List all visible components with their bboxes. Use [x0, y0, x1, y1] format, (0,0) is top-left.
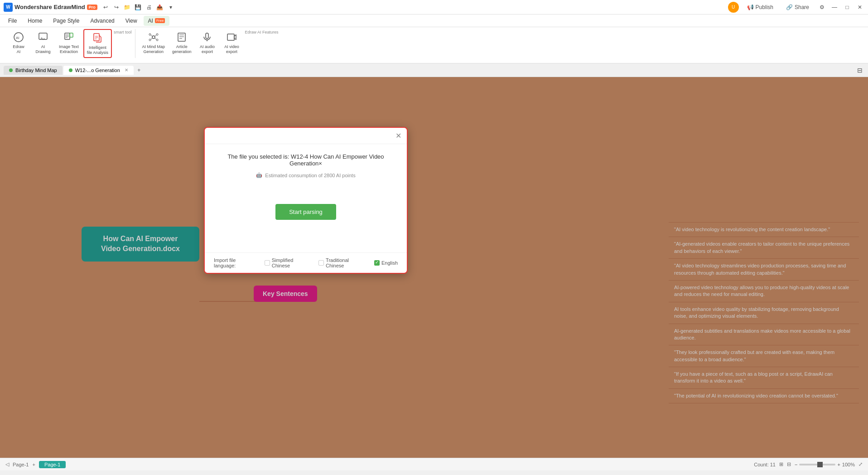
tab-close-icon[interactable]: ✕ [125, 68, 128, 73]
ai-mind-map-label: AI Mind MapGeneration [142, 44, 165, 54]
svg-point-8 [156, 34, 158, 35]
intelligent-file-analysis-label: Intelligentfile Analysis [87, 45, 108, 55]
export-button[interactable]: 📤 [155, 3, 164, 12]
share-label: Share [795, 4, 809, 10]
maximize-button[interactable]: □ [843, 3, 852, 12]
svg-point-9 [149, 39, 151, 41]
edraw-ai-label: EdrawAI [13, 44, 24, 54]
menu-view[interactable]: View [121, 16, 142, 26]
svg-line-13 [151, 38, 152, 39]
close-button[interactable]: ✕ [855, 3, 864, 12]
simplified-chinese-option[interactable]: Simplified Chinese [265, 257, 311, 268]
menu-advanced[interactable]: Advanced [86, 16, 119, 26]
menu-ai[interactable]: AI Free [144, 16, 170, 26]
svg-point-7 [149, 34, 151, 35]
modal-header: ✕ [205, 128, 407, 144]
toolbar: AI EdrawAI AIDrawing Image TextExtractio… [0, 27, 868, 63]
ai-audio-export-label: AI audioexport [200, 44, 215, 54]
zoom-slider-thumb[interactable] [817, 462, 823, 467]
edraw-ai-tool[interactable]: AI EdrawAI [7, 29, 30, 56]
modal-overlay: ✕ The file you selected is: W12-4 How Ca… [0, 77, 868, 458]
ai-video-export-icon [225, 31, 238, 44]
svg-point-10 [156, 39, 158, 41]
intelligent-file-analysis-tool[interactable]: Intelligentfile Analysis [83, 29, 112, 58]
title-bar-left: W Wondershare EdrawMind Pro ↩ ↪ 📁 💾 🖨 📤 … [4, 3, 175, 12]
modal-footer: Import file language: Simplified Chinese… [205, 252, 407, 273]
image-text-extraction-tool[interactable]: Image TextExtraction [56, 29, 82, 56]
svg-rect-2 [39, 33, 47, 39]
main-canvas: How Can AI Empower Video Generation.docx… [0, 77, 868, 458]
zoom-slider-track [799, 464, 835, 465]
edraw-ai-icon: AI [12, 31, 25, 44]
ai-audio-export-tool[interactable]: AI audioexport [196, 29, 218, 56]
svg-rect-5 [94, 34, 99, 41]
window-controls: ↩ ↪ 📁 💾 🖨 📤 ▾ [101, 3, 175, 12]
modal-close-button[interactable]: ✕ [395, 131, 401, 140]
traditional-chinese-option[interactable]: Traditional Chinese [318, 257, 366, 268]
modal-consumption: 🤖 Estimated consumption of 2800 AI point… [218, 172, 393, 178]
app-logo: W Wondershare EdrawMind Pro [4, 3, 97, 12]
simplified-chinese-label: Simplified Chinese [272, 257, 312, 268]
title-bar: W Wondershare EdrawMind Pro ↩ ↪ 📁 💾 🖨 📤 … [0, 0, 868, 15]
simplified-chinese-checkbox[interactable] [265, 260, 270, 266]
zoom-out-button[interactable]: − [795, 462, 797, 467]
menu-file[interactable]: File [4, 16, 21, 26]
start-parsing-button[interactable]: Start parsing [275, 204, 336, 220]
ai-drawing-tool[interactable]: AIDrawing [32, 29, 54, 56]
fullscreen-button[interactable]: ⤢ [858, 461, 863, 467]
svg-rect-15 [178, 33, 185, 41]
ai-drawing-label: AIDrawing [35, 44, 50, 54]
grid-icon[interactable]: ⊟ [787, 461, 791, 467]
tabs-bar: Birthday Mind Map W12-...o Generation ✕ … [0, 63, 868, 77]
traditional-chinese-checkbox[interactable] [318, 260, 324, 266]
save-button[interactable]: 💾 [134, 3, 143, 12]
image-text-extraction-icon [63, 31, 75, 44]
menu-bar: File Home Page Style Advanced View AI Fr… [0, 15, 868, 27]
open-button[interactable]: 📁 [123, 3, 132, 12]
smart-tool-group: AI EdrawAI AIDrawing Image TextExtractio… [4, 29, 135, 58]
smart-tool-label: smart tool [114, 30, 132, 34]
zoom-in-button[interactable]: + [837, 462, 840, 467]
fit-page-icon[interactable]: ⊞ [779, 461, 783, 467]
share-button[interactable]: 🔗 Share [781, 3, 814, 12]
english-checkbox[interactable] [374, 260, 380, 266]
menu-page-style[interactable]: Page Style [48, 16, 84, 26]
article-generation-tool[interactable]: Articlegeneration [169, 29, 194, 56]
svg-rect-16 [206, 33, 208, 39]
minimize-button[interactable]: — [830, 3, 839, 12]
more-button[interactable]: ▾ [166, 3, 175, 12]
file-analysis-modal: ✕ The file you selected is: W12-4 How Ca… [204, 127, 408, 274]
undo-button[interactable]: ↩ [101, 3, 110, 12]
ai-free-badge: Free [155, 18, 165, 23]
ai-video-export-tool[interactable]: AI videoexport [220, 29, 243, 56]
svg-rect-18 [227, 34, 234, 40]
tab-birthday-mind-map[interactable]: Birthday Mind Map [4, 66, 63, 75]
tab-w12-generation[interactable]: W12-...o Generation ✕ [63, 66, 134, 75]
settings-button[interactable]: ⚙ [817, 3, 826, 12]
menu-home[interactable]: Home [23, 16, 47, 26]
title-bar-right: U 📢 Publish 🔗 Share ⚙ — □ ✕ [728, 2, 864, 13]
app-name: Wondershare EdrawMind [14, 4, 85, 10]
add-tab-button[interactable]: + [135, 66, 144, 75]
user-avatar[interactable]: U [728, 2, 739, 13]
status-right: Count: 11 ⊞ ⊟ − + 100% ⤢ [754, 461, 863, 467]
collapse-panel-icon[interactable]: ⊟ [855, 66, 864, 75]
page-tab[interactable]: Page-1 [39, 461, 66, 468]
ai-mind-map-icon [147, 31, 160, 44]
svg-line-12 [155, 35, 156, 36]
ai-audio-export-icon [201, 31, 213, 44]
ai-mind-map-generation-tool[interactable]: AI Mind MapGeneration [139, 29, 168, 56]
status-left: ◁ Page-1 + Page-1 [5, 461, 66, 468]
add-page-button[interactable]: + [32, 462, 35, 467]
share-icon: 🔗 [786, 4, 793, 10]
status-bar: ◁ Page-1 + Page-1 Count: 11 ⊞ ⊟ − + 100%… [0, 458, 868, 470]
zoom-level: 100% [842, 462, 855, 467]
publish-label: Publish [756, 4, 773, 10]
publish-button[interactable]: 📢 Publish [743, 3, 778, 12]
article-generation-label: Articlegeneration [172, 44, 192, 54]
redo-button[interactable]: ↪ [112, 3, 121, 12]
svg-line-11 [151, 35, 152, 36]
print-button[interactable]: 🖨 [145, 3, 154, 12]
english-option[interactable]: English [374, 260, 398, 266]
tab-w12-label: W12-...o Generation [75, 68, 120, 73]
